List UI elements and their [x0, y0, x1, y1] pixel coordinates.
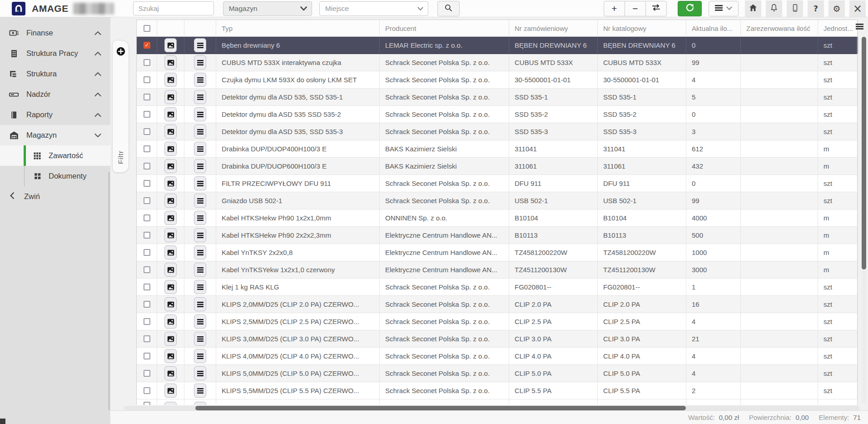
list-icon[interactable]: [194, 90, 206, 104]
image-icon[interactable]: [164, 366, 177, 380]
help-button[interactable]: ?: [808, 0, 824, 17]
row-checkbox[interactable]: [144, 370, 150, 377]
bell-button[interactable]: [766, 0, 782, 17]
table-row[interactable]: KLIPS 2,0MM/D25 (CLIP 2.0 PA) CZERWO... …: [137, 296, 857, 313]
image-icon[interactable]: [164, 280, 177, 294]
list-icon[interactable]: [194, 349, 206, 363]
list-icon[interactable]: [194, 297, 206, 311]
list-icon[interactable]: [194, 384, 206, 398]
remove-button[interactable]: −: [625, 1, 646, 16]
header-nr-zamowieniowy[interactable]: Nr zamówieniowy: [509, 20, 598, 36]
image-icon[interactable]: [164, 55, 177, 70]
search-button[interactable]: [437, 1, 460, 16]
sidebar-subitem-zawartosc[interactable]: Zawartość: [0, 145, 110, 166]
row-checkbox[interactable]: [144, 284, 150, 290]
sidebar-item-struktura-pracy[interactable]: Struktura Pracy: [0, 43, 110, 64]
table-row[interactable]: KLIPS 5,5MM/D25 (CLIP 5.5 PA) CZERWO... …: [137, 382, 857, 399]
image-icon[interactable]: [164, 349, 177, 363]
row-checkbox[interactable]: [144, 145, 150, 152]
horizontal-scrollbar-thumb[interactable]: [195, 406, 686, 410]
list-icon[interactable]: [194, 142, 206, 156]
settings-button[interactable]: ⚙: [828, 0, 845, 17]
plus-circle-icon[interactable]: [116, 46, 126, 58]
table-row[interactable]: Kabel YnTKSY 2x2x0,8 Elektryczne Centrum…: [137, 244, 857, 261]
row-checkbox[interactable]: [144, 249, 150, 256]
sidebar-subitem-dokumenty[interactable]: Dokumenty: [0, 166, 110, 186]
image-icon[interactable]: [164, 38, 177, 52]
header-typ[interactable]: Typ: [216, 20, 380, 36]
list-icon[interactable]: [194, 73, 206, 87]
select-all-checkbox[interactable]: [144, 25, 150, 32]
row-checkbox[interactable]: [144, 387, 150, 394]
list-icon[interactable]: [194, 107, 206, 121]
table-row[interactable]: KLIPS 2,5MM/D25 (CLIP 2.5 PA) CZERWO... …: [137, 313, 857, 330]
list-icon[interactable]: [194, 125, 206, 139]
view-menu-button[interactable]: [709, 1, 739, 16]
sidebar-item-nadzor[interactable]: Nadzór: [0, 84, 110, 105]
row-checkbox[interactable]: [144, 94, 150, 100]
row-checkbox[interactable]: [144, 318, 150, 325]
table-row[interactable]: KLIPS 5,0MM/D25 (CLIP 5.0 PA) CZERWO... …: [137, 365, 857, 382]
sidebar-item-magazyn[interactable]: Magazyn: [0, 125, 110, 145]
table-row[interactable]: Detektor dymu dla ASD 535, SSD 535-3 Sch…: [137, 123, 857, 140]
image-icon[interactable]: [164, 107, 177, 121]
place-select[interactable]: Miejsce: [319, 1, 428, 16]
image-icon[interactable]: [164, 142, 177, 156]
table-row[interactable]: Czujka dymu LKM 593X do osłony LKM SET S…: [137, 71, 857, 89]
table-row[interactable]: Detektor dymu dla ASD 535, SSD 535-1 Sch…: [137, 89, 857, 106]
list-icon[interactable]: [194, 38, 206, 52]
row-checkbox[interactable]: [144, 335, 150, 342]
list-icon[interactable]: [194, 314, 206, 329]
table-row[interactable]: Gniazdo USB 502-1 Schrack Seconet Polska…: [137, 192, 857, 210]
image-icon[interactable]: [164, 297, 177, 311]
list-icon[interactable]: [194, 176, 206, 190]
sidebar-scrollbar-thumb[interactable]: [108, 172, 110, 410]
sidebar-item-struktura[interactable]: Struktura: [0, 64, 110, 84]
image-icon[interactable]: [164, 73, 177, 87]
search-input[interactable]: [133, 1, 214, 15]
table-row[interactable]: Klej 1 kg RAS KLG Schrack Seconet Polska…: [137, 279, 857, 296]
row-checkbox[interactable]: [144, 111, 150, 118]
vertical-scrollbar-thumb[interactable]: [862, 37, 866, 269]
row-checkbox[interactable]: [144, 402, 150, 405]
table-row[interactable]: FILTR PRZECIWPYŁOWY DFU 911 Schrack Seco…: [137, 175, 857, 192]
list-icon[interactable]: [194, 332, 206, 346]
row-checkbox[interactable]: [144, 76, 150, 83]
image-icon[interactable]: [164, 211, 177, 225]
image-icon[interactable]: [164, 384, 177, 398]
image-icon[interactable]: [164, 159, 177, 173]
row-checkbox[interactable]: [144, 301, 150, 308]
vertical-scrollbar[interactable]: [862, 37, 866, 403]
table-row[interactable]: KLIPS 3,0MM/D25 (CLIP 3.0 PA) CZERWO... …: [137, 330, 857, 348]
sidebar-item-finanse[interactable]: Finanse: [0, 23, 110, 43]
image-icon[interactable]: [164, 245, 177, 259]
list-icon[interactable]: [194, 55, 206, 70]
row-checkbox[interactable]: [144, 197, 150, 204]
header-zarezerwowana-ilosc[interactable]: Zarezerwowana ilość: [741, 20, 818, 36]
add-button[interactable]: +: [604, 1, 625, 16]
close-button[interactable]: ×: [849, 0, 866, 17]
image-icon[interactable]: [164, 90, 177, 104]
table-row[interactable]: Kabel HTKSHekw Ph90 1x2x1,0mm ONNINEN Sp…: [137, 210, 857, 227]
list-icon[interactable]: [194, 366, 206, 380]
row-checkbox[interactable]: [144, 266, 150, 273]
horizontal-scrollbar[interactable]: [124, 406, 860, 410]
filter-drawer-tab[interactable]: Filtr: [112, 40, 129, 173]
image-icon[interactable]: [164, 402, 177, 405]
table-row[interactable]: CUBUS MTD 533X interaktywna czujka Schra…: [137, 54, 857, 71]
image-icon[interactable]: [164, 263, 177, 277]
row-checkbox[interactable]: [144, 214, 150, 221]
header-nr-katalogowy[interactable]: Nr katalogowy: [598, 20, 686, 36]
list-icon[interactable]: [194, 211, 206, 225]
home-button[interactable]: [745, 0, 761, 17]
list-icon[interactable]: [194, 228, 206, 242]
list-icon[interactable]: [194, 194, 206, 208]
row-checkbox[interactable]: [144, 232, 150, 239]
sidebar-collapse-button[interactable]: Zwiń: [0, 186, 110, 207]
table-row[interactable]: KLIPS 4,0MM/D25 (CLIP 4.0 PA) CZERWO... …: [137, 348, 857, 365]
row-checkbox[interactable]: [144, 163, 150, 170]
table-row[interactable]: Detektor dymu dla ASD 535 SSD 535-2 Schr…: [137, 106, 857, 123]
table-row[interactable]: Drabinka DUP/DUOP400H100/3 E BAKS Kazimi…: [137, 140, 857, 158]
table-row[interactable]: Kabel YnTKSYekw 1x2x1,0 czerwony Elektry…: [137, 261, 857, 279]
image-icon[interactable]: [164, 176, 177, 190]
